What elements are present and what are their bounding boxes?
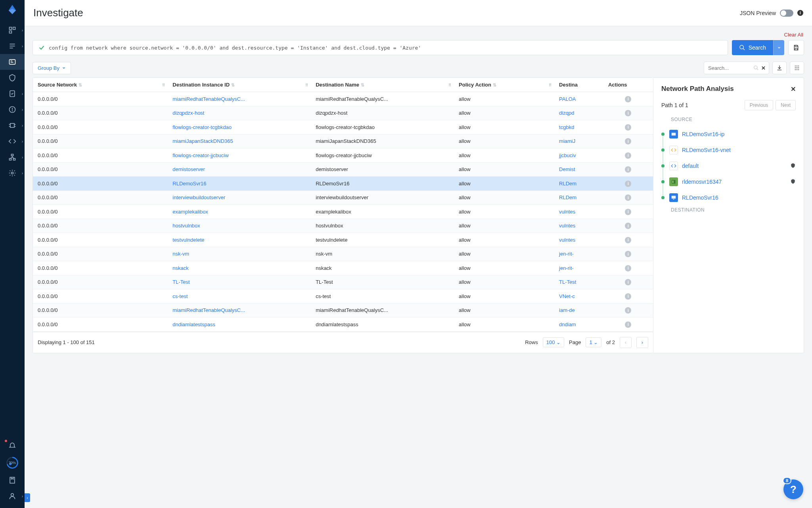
group-by-dropdown[interactable]: Group By <box>33 62 71 74</box>
next-page-button[interactable]: › <box>636 337 648 348</box>
dest-resource-link[interactable]: vulntes <box>559 223 575 229</box>
dest-resource-link[interactable]: dndiam <box>559 321 576 327</box>
dest-instance-link[interactable]: examplekalibox <box>172 209 208 215</box>
dest-instance-link[interactable]: cs-test <box>172 293 188 299</box>
clear-search-icon[interactable]: ✕ <box>761 65 766 71</box>
dest-instance-link[interactable]: flowlogs-creator-jjcbuciw <box>172 152 229 158</box>
nav-dashboard[interactable]: › <box>0 22 25 38</box>
dest-instance-link[interactable]: miamiJapanStackDND365 <box>172 138 233 144</box>
search-dropdown-button[interactable] <box>773 40 784 55</box>
table-row[interactable]: 0.0.0.0/0testvulndeletetestvulndeleteall… <box>33 233 653 247</box>
nav-compute[interactable]: › <box>0 117 25 133</box>
dest-resource-link[interactable]: dizqpd <box>559 110 574 116</box>
table-search-input[interactable] <box>707 65 751 71</box>
row-actions-button[interactable]: i <box>625 152 631 159</box>
close-panel-button[interactable]: ✕ <box>791 85 796 93</box>
search-button[interactable]: Search <box>732 40 773 55</box>
table-row[interactable]: 0.0.0.0/0demistoserverdemistoserverallow… <box>33 162 653 177</box>
nav-policies[interactable] <box>0 70 25 86</box>
dest-resource-link[interactable]: RLDem <box>559 194 576 200</box>
row-actions-button[interactable]: i <box>625 124 631 131</box>
nav-compliance[interactable]: › <box>0 86 25 102</box>
table-row[interactable]: 0.0.0.0/0nskacknskackallowjen-rit-i <box>33 261 653 275</box>
col-dest-instance-id[interactable]: Destination Instance ID⇅⠿ <box>168 78 311 92</box>
row-actions-button[interactable]: i <box>625 110 631 116</box>
table-row[interactable]: 0.0.0.0/0interviewbuildoutserverintervie… <box>33 190 653 205</box>
prev-page-button[interactable]: ‹ <box>620 337 632 348</box>
row-actions-button[interactable]: i <box>625 265 631 271</box>
page-select[interactable]: 1 ⌄ <box>586 337 601 347</box>
dest-instance-link[interactable]: miamiRedhatTenableQualysC... <box>172 307 245 313</box>
nav-investigate[interactable] <box>0 54 25 70</box>
json-preview-toggle[interactable] <box>780 10 793 17</box>
dest-instance-link[interactable]: demistoserver <box>172 166 205 172</box>
col-policy-action[interactable]: Policy Action⇅⠿ <box>454 78 554 92</box>
hop-link[interactable]: rldemosvr16347 <box>682 179 722 185</box>
table-row[interactable]: 0.0.0.0/0RLDemoSvr16RLDemoSvr16allowRLDe… <box>33 177 653 191</box>
table-row[interactable]: 0.0.0.0/0examplekaliboxexamplekaliboxall… <box>33 205 653 219</box>
dest-resource-link[interactable]: jen-rit- <box>559 265 574 271</box>
row-actions-button[interactable]: i <box>625 293 631 300</box>
row-actions-button[interactable]: i <box>625 96 631 102</box>
dest-instance-link[interactable]: TL-Test <box>172 279 190 285</box>
help-button[interactable]: 8 ? <box>783 479 803 499</box>
row-actions-button[interactable]: i <box>625 181 631 187</box>
dest-resource-link[interactable]: Demist <box>559 166 575 172</box>
nav-notifications[interactable] <box>0 437 25 453</box>
save-query-button[interactable] <box>788 40 804 55</box>
dest-instance-link[interactable]: miamiRedhatTenableQualysC... <box>172 96 245 102</box>
dest-resource-link[interactable]: vulntes <box>559 209 575 215</box>
dest-resource-link[interactable]: vulntes <box>559 237 575 243</box>
dest-instance-link[interactable]: RLDemoSvr16 <box>172 181 206 187</box>
table-row[interactable]: 0.0.0.0/0flowlogs-creator-tcgbkdaoflowlo… <box>33 120 653 135</box>
next-path-button[interactable]: Next <box>776 100 796 110</box>
dest-instance-link[interactable]: flowlogs-creator-tcgbkdao <box>172 124 232 130</box>
dest-resource-link[interactable]: miamiJ <box>559 138 575 144</box>
col-source-network[interactable]: Source Network⇅⠿ <box>33 78 168 92</box>
dest-resource-link[interactable]: PALOA <box>559 96 576 102</box>
row-actions-button[interactable]: i <box>625 279 631 285</box>
expand-nav-button[interactable]: › <box>25 493 30 502</box>
nav-inventory[interactable]: › <box>0 38 25 54</box>
dest-resource-link[interactable]: jen-rit- <box>559 251 574 257</box>
row-actions-button[interactable]: i <box>625 223 631 229</box>
dest-resource-link[interactable]: RLDem <box>559 181 576 187</box>
dest-instance-link[interactable]: testvulndelete <box>172 237 204 243</box>
row-actions-button[interactable]: i <box>625 251 631 257</box>
hop-link[interactable]: RLDemoSvr16-vnet <box>682 147 731 153</box>
prev-path-button[interactable]: Previous <box>745 100 774 110</box>
nav-alerts[interactable]: › <box>0 102 25 117</box>
hop-link[interactable]: RLDemoSvr16 <box>682 194 718 201</box>
row-actions-button[interactable]: i <box>625 321 631 328</box>
dest-instance-link[interactable]: hostvulnbox <box>172 223 200 229</box>
table-row[interactable]: 0.0.0.0/0hostvulnboxhostvulnboxallowvuln… <box>33 219 653 233</box>
query-input[interactable]: config from network where source.network… <box>33 40 728 55</box>
dest-resource-link[interactable]: iam-de <box>559 307 575 313</box>
row-actions-button[interactable]: i <box>625 194 631 201</box>
nav-code[interactable]: › <box>0 133 25 149</box>
hop-link[interactable]: default <box>682 163 699 169</box>
nav-network[interactable]: › <box>0 149 25 165</box>
dest-instance-link[interactable]: dizqpdzx-host <box>172 110 204 116</box>
row-actions-button[interactable]: i <box>625 307 631 314</box>
hop-link[interactable]: RLDemoSvr16-ip <box>682 131 724 137</box>
col-dest-resource[interactable]: Destina <box>554 78 603 92</box>
col-dest-name[interactable]: Destination Name⇅⠿ <box>311 78 454 92</box>
table-row[interactable]: 0.0.0.0/0TL-TestTL-TestallowTL-Testi <box>33 275 653 289</box>
dest-instance-link[interactable]: interviewbuildoutserver <box>172 194 225 200</box>
row-actions-button[interactable]: i <box>625 237 631 243</box>
table-row[interactable]: 0.0.0.0/0dndiamlatestspassdndiamlatestsp… <box>33 318 653 332</box>
table-row[interactable]: 0.0.0.0/0miamiRedhatTenableQualysC...mia… <box>33 303 653 318</box>
table-row[interactable]: 0.0.0.0/0nsk-vmnsk-vmallowjen-rit-i <box>33 247 653 261</box>
row-actions-button[interactable]: i <box>625 166 631 173</box>
dest-instance-link[interactable]: nskack <box>172 265 188 271</box>
dest-instance-link[interactable]: nsk-vm <box>172 251 189 257</box>
dest-resource-link[interactable]: VNet-c <box>559 293 575 299</box>
download-button[interactable] <box>772 62 787 74</box>
table-row[interactable]: 0.0.0.0/0dizqpdzx-hostdizqpdzx-hostallow… <box>33 106 653 120</box>
dest-resource-link[interactable]: TL-Test <box>559 279 576 285</box>
nav-profile[interactable]: › <box>0 488 25 504</box>
columns-button[interactable] <box>790 62 804 74</box>
nav-bookmarks[interactable] <box>0 472 25 488</box>
table-row[interactable]: 0.0.0.0/0miamiRedhatTenableQualysC...mia… <box>33 92 653 106</box>
